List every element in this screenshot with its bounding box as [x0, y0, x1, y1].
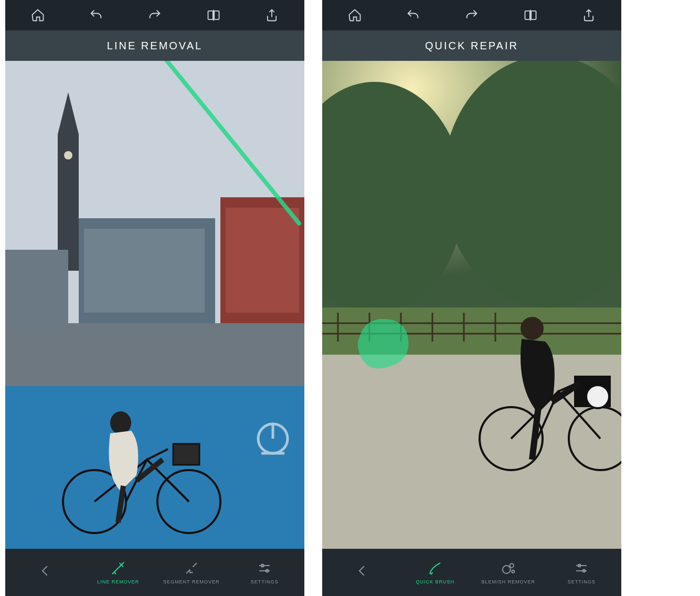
photo-park-cyclist [322, 61, 621, 549]
right-screenshot: QUICK REPAIR [322, 0, 621, 596]
svg-point-17 [110, 411, 131, 434]
svg-point-5 [64, 151, 72, 159]
undo-button[interactable] [67, 0, 126, 30]
tool-quick-brush[interactable]: QUICK BRUSH [399, 549, 472, 596]
compare-icon [523, 8, 538, 23]
tool-line-remover[interactable]: LINE REMOVER [82, 549, 155, 596]
mode-title-bar: LINE REMOVAL [5, 30, 304, 61]
svg-rect-21 [525, 11, 529, 19]
compare-button[interactable] [184, 0, 243, 30]
back-button[interactable] [8, 549, 82, 596]
mode-title: QUICK REPAIR [425, 40, 518, 52]
compare-button[interactable] [501, 0, 560, 30]
compare-icon [206, 8, 221, 23]
home-button[interactable] [325, 0, 384, 30]
mode-title-bar: QUICK REPAIR [322, 30, 621, 61]
redo-icon [147, 8, 162, 23]
undo-icon [406, 8, 420, 23]
svg-point-34 [510, 563, 514, 568]
tool-label: LINE REMOVER [97, 579, 139, 584]
photo-city-cyclist [5, 61, 304, 549]
left-screenshot: LINE REMOVAL [5, 0, 304, 596]
line-remover-icon [110, 560, 126, 576]
svg-rect-22 [531, 11, 536, 19]
tool-label: BLEMISH REMOVER [481, 579, 535, 584]
top-toolbar [322, 0, 621, 30]
sliders-icon [574, 560, 589, 576]
tool-label: QUICK BRUSH [416, 579, 454, 584]
undo-button[interactable] [384, 0, 443, 30]
svg-rect-11 [5, 323, 304, 386]
svg-point-31 [586, 385, 609, 408]
mode-title: LINE REMOVAL [107, 40, 203, 52]
sliders-icon [257, 560, 272, 576]
image-canvas[interactable] [5, 61, 304, 549]
svg-rect-16 [173, 444, 199, 465]
svg-rect-0 [208, 11, 213, 19]
blemish-remover-icon [501, 560, 516, 576]
bottom-toolbar: LINE REMOVER SEGMENT REMOVER SETTINGS [5, 549, 304, 596]
back-button[interactable] [325, 549, 399, 596]
share-button[interactable] [559, 0, 618, 30]
redo-button[interactable] [442, 0, 501, 30]
home-icon [347, 8, 362, 23]
svg-point-32 [521, 317, 544, 340]
arrow-left-icon [37, 563, 53, 579]
arrow-left-icon [354, 563, 370, 579]
tool-segment-remover[interactable]: SEGMENT REMOVER [155, 549, 228, 596]
share-button[interactable] [242, 0, 301, 30]
redo-button[interactable] [125, 0, 184, 30]
tool-label: SEGMENT REMOVER [163, 579, 219, 584]
tool-label: SETTINGS [251, 579, 279, 584]
svg-point-35 [512, 570, 514, 573]
quick-brush-icon [427, 560, 443, 576]
image-canvas[interactable] [322, 61, 621, 549]
undo-icon [89, 8, 103, 23]
home-button[interactable] [8, 0, 67, 30]
svg-rect-1 [214, 11, 219, 19]
share-icon [581, 8, 596, 23]
redo-icon [464, 8, 479, 23]
svg-rect-6 [5, 250, 68, 323]
svg-point-33 [503, 566, 511, 573]
svg-rect-9 [84, 229, 205, 313]
tool-blemish-remover[interactable]: BLEMISH REMOVER [472, 549, 545, 596]
tool-settings[interactable]: SETTINGS [545, 549, 619, 596]
svg-rect-10 [226, 208, 299, 313]
home-icon [30, 8, 45, 23]
tool-settings[interactable]: SETTINGS [228, 549, 302, 596]
bottom-toolbar: QUICK BRUSH BLEMISH REMOVER SETTINGS [322, 549, 621, 596]
top-toolbar [5, 0, 304, 30]
tool-label: SETTINGS [568, 579, 596, 584]
segment-remover-icon [184, 560, 199, 576]
share-icon [264, 8, 279, 23]
